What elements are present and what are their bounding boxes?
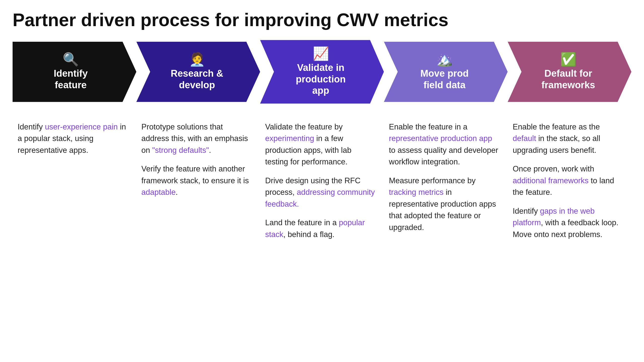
link-text: experimenting: [265, 134, 314, 143]
identify-title: Identify feature: [54, 68, 88, 91]
paragraph-2-2: Land the feature in a popular stack, beh…: [265, 217, 376, 240]
arrow-default: ✅Default for frameworks: [508, 40, 631, 104]
content-col-4: Enable the feature as the default in the…: [508, 116, 631, 246]
link-text: user-experience pain: [45, 122, 118, 131]
paragraph-1-1: Verify the feature with another framewor…: [141, 163, 253, 198]
paragraph-3-0: Enable the feature in a representative p…: [389, 121, 500, 168]
content-row: Identify user-experience pain in a popul…: [13, 116, 631, 246]
page-title: Partner driven process for improving CWV…: [13, 10, 631, 30]
default-icon: ✅: [560, 53, 577, 66]
link-text: addressing community feedback.: [265, 188, 375, 208]
default-title: Default for frameworks: [541, 68, 595, 91]
research-icon: 🧑‍💼: [189, 53, 205, 66]
content-col-1: Prototype solutions that address this, w…: [136, 116, 260, 246]
link-text: "strong defaults": [152, 146, 209, 155]
arrow-identify: 🔍Identify feature: [13, 40, 136, 104]
paragraph-0-0: Identify user-experience pain in a popul…: [18, 121, 129, 156]
paragraph-4-2: Identify gaps in the web platform, with …: [513, 205, 624, 241]
link-text: tracking metrics: [389, 188, 444, 197]
validate-title: Validate in production app: [296, 62, 346, 97]
arrows-container: 🔍Identify feature🧑‍💼Research & develop📈V…: [13, 40, 631, 104]
link-text: adaptable: [141, 188, 176, 197]
research-title: Research & develop: [171, 68, 223, 91]
content-col-0: Identify user-experience pain in a popul…: [13, 116, 136, 246]
link-text: gaps in the web platform: [513, 207, 595, 227]
link-text: default: [513, 134, 536, 143]
identify-icon: 🔍: [63, 53, 79, 66]
arrow-validate: 📈Validate in production app: [260, 40, 384, 104]
move-icon: 🏔️: [436, 53, 453, 66]
paragraph-3-1: Measure performance by tracking metrics …: [389, 175, 500, 234]
content-col-2: Validate the feature by experimenting in…: [260, 116, 384, 246]
paragraph-2-1: Drive design using the RFC process, addr…: [265, 175, 376, 210]
content-col-3: Enable the feature in a representative p…: [384, 116, 508, 246]
move-title: Move prod field data: [420, 68, 469, 91]
paragraph-1-0: Prototype solutions that address this, w…: [141, 121, 253, 156]
paragraph-4-0: Enable the feature as the default in the…: [513, 121, 624, 156]
arrow-move: 🏔️Move prod field data: [384, 40, 508, 104]
paragraph-2-0: Validate the feature by experimenting in…: [265, 121, 376, 168]
validate-icon: 📈: [313, 47, 329, 60]
link-text: representative production app: [389, 134, 492, 143]
link-text: popular stack: [265, 218, 365, 239]
link-text: additional frameworks: [513, 176, 589, 185]
paragraph-4-1: Once proven, work with additional framew…: [513, 163, 624, 198]
arrow-research: 🧑‍💼Research & develop: [136, 40, 260, 104]
